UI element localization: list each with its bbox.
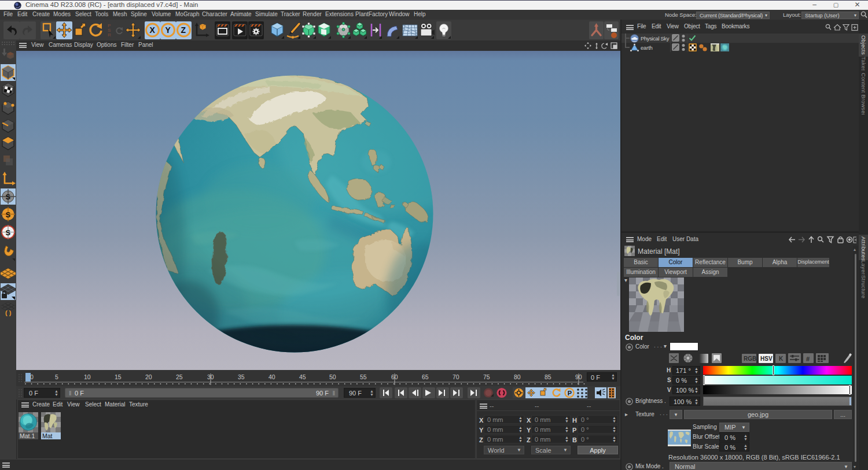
svg-text:0: 0: [30, 373, 34, 380]
svg-text:15: 15: [115, 373, 122, 380]
svg-text:S: S: [6, 210, 11, 219]
svg-text:#: #: [806, 356, 810, 362]
svg-text:HSV: HSV: [760, 356, 773, 362]
svg-text:75: 75: [483, 373, 490, 380]
svg-text:S: S: [6, 228, 11, 237]
svg-text:65: 65: [422, 373, 429, 380]
svg-text:70: 70: [453, 373, 459, 380]
svg-text:RGB: RGB: [744, 356, 756, 362]
svg-text:80: 80: [514, 373, 521, 380]
svg-text:50: 50: [329, 373, 336, 380]
svg-text:45: 45: [299, 373, 306, 380]
svg-text:R: R: [108, 32, 111, 38]
svg-text:5: 5: [55, 373, 58, 380]
svg-text:35: 35: [238, 373, 245, 380]
svg-text:Y: Y: [165, 25, 171, 35]
svg-text:40: 40: [269, 373, 275, 380]
svg-text:25: 25: [176, 373, 183, 380]
svg-text:( ): ( ): [5, 309, 12, 316]
svg-text:20: 20: [145, 373, 152, 380]
svg-text:Z: Z: [181, 25, 186, 35]
svg-text:55: 55: [360, 373, 367, 380]
svg-text:85: 85: [545, 373, 551, 380]
svg-text:10: 10: [84, 373, 91, 380]
svg-text:X: X: [150, 25, 156, 35]
svg-text:P: P: [568, 390, 572, 397]
svg-text:S: S: [6, 193, 11, 201]
svg-text:K: K: [779, 356, 784, 362]
